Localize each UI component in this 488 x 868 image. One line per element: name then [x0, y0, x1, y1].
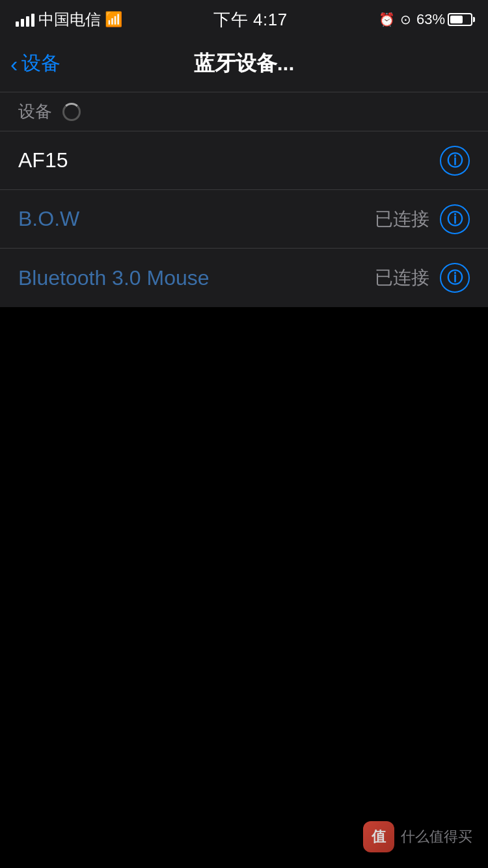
watermark-text: 什么值得买: [401, 827, 472, 847]
time-label: 下午 4:17: [213, 8, 287, 31]
battery-fill: [450, 16, 463, 23]
info-button[interactable]: ⓘ: [440, 204, 470, 234]
info-button[interactable]: ⓘ: [440, 146, 470, 176]
back-label: 设备: [21, 50, 61, 77]
location-icon: ⊙: [400, 12, 411, 27]
device-status: 已连接: [375, 265, 429, 290]
status-right: ⏰ ⊙ 63%: [379, 11, 472, 28]
device-name: Bluetooth 3.0 Mouse: [18, 266, 210, 290]
device-right: 已连接 ⓘ: [375, 263, 470, 293]
wifi-icon: 📶: [105, 11, 122, 28]
info-button[interactable]: ⓘ: [440, 263, 470, 293]
loading-spinner: [62, 103, 81, 121]
device-row[interactable]: AF15 ⓘ: [0, 131, 488, 190]
battery-icon: [448, 13, 472, 26]
device-right: ⓘ: [440, 146, 470, 176]
alarm-icon: ⏰: [379, 12, 395, 27]
battery-container: 63%: [416, 11, 472, 28]
back-button[interactable]: ‹ 设备: [10, 50, 61, 77]
status-left: 中国电信 📶: [16, 9, 122, 30]
status-bar: 中国电信 📶 下午 4:17 ⏰ ⊙ 63%: [0, 0, 488, 35]
carrier-label: 中国电信: [38, 9, 101, 30]
device-name: B.O.W: [18, 207, 79, 231]
watermark: 值 什么值得买: [363, 821, 472, 852]
watermark-logo: 值: [363, 821, 394, 852]
battery-percent-label: 63%: [416, 11, 445, 28]
section-header: 设备: [0, 92, 488, 131]
back-chevron-icon: ‹: [10, 53, 18, 75]
device-status: 已连接: [375, 207, 429, 232]
device-right: 已连接 ⓘ: [375, 204, 470, 234]
device-row[interactable]: B.O.W 已连接 ⓘ: [0, 190, 488, 249]
nav-bar: ‹ 设备 蓝牙设备...: [0, 35, 488, 92]
section-header-label: 设备: [18, 100, 52, 123]
signal-bars: [16, 12, 34, 27]
device-row[interactable]: Bluetooth 3.0 Mouse 已连接 ⓘ: [0, 249, 488, 307]
page-title: 蓝牙设备...: [194, 49, 295, 78]
device-name: AF15: [18, 148, 68, 172]
device-list: AF15 ⓘ B.O.W 已连接 ⓘ Bluetooth 3.0 Mouse 已…: [0, 131, 488, 307]
